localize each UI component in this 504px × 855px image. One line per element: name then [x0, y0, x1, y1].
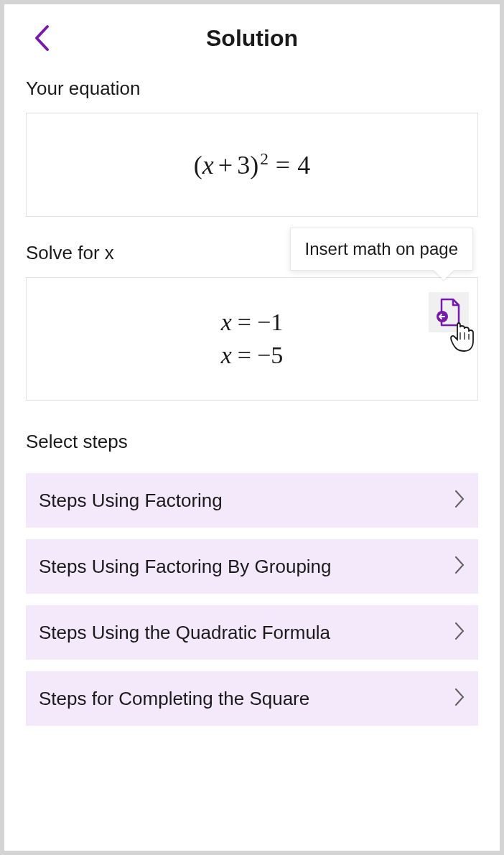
- select-steps-heading: Select steps: [26, 431, 478, 453]
- chevron-right-icon: [454, 489, 465, 512]
- step-option-factoring-grouping[interactable]: Steps Using Factoring By Grouping: [26, 539, 478, 594]
- solution-panel: Solution Your equation (x+3)2=4 Solve fo…: [4, 4, 500, 851]
- step-option-quadratic-formula[interactable]: Steps Using the Quadratic Formula: [26, 605, 478, 660]
- chevron-left-icon: [32, 24, 51, 52]
- your-equation-heading: Your equation: [26, 78, 478, 100]
- step-option-factoring[interactable]: Steps Using Factoring: [26, 473, 478, 528]
- header: Solution: [26, 20, 478, 56]
- chevron-right-icon: [454, 555, 465, 578]
- back-button[interactable]: [26, 22, 57, 54]
- equation-expression: (x+3)2=4: [41, 149, 463, 180]
- step-label: Steps for Completing the Square: [39, 688, 309, 710]
- step-option-completing-square[interactable]: Steps for Completing the Square: [26, 671, 478, 726]
- equation-display-box: (x+3)2=4: [26, 113, 478, 217]
- solution-line-1: x=−1: [41, 309, 463, 336]
- solution-line-2: x=−5: [41, 342, 463, 369]
- step-label: Steps Using Factoring: [39, 490, 223, 512]
- page-title: Solution: [26, 25, 478, 52]
- solution-display-box: Insert math on page x=−1 x=−5: [26, 277, 478, 401]
- insert-math-button[interactable]: [429, 292, 469, 332]
- step-label: Steps Using the Quadratic Formula: [39, 622, 330, 644]
- chevron-right-icon: [454, 687, 465, 710]
- insert-math-tooltip: Insert math on page: [290, 228, 473, 271]
- step-label: Steps Using Factoring By Grouping: [39, 556, 332, 578]
- insert-page-icon: [436, 298, 462, 327]
- chevron-right-icon: [454, 621, 465, 644]
